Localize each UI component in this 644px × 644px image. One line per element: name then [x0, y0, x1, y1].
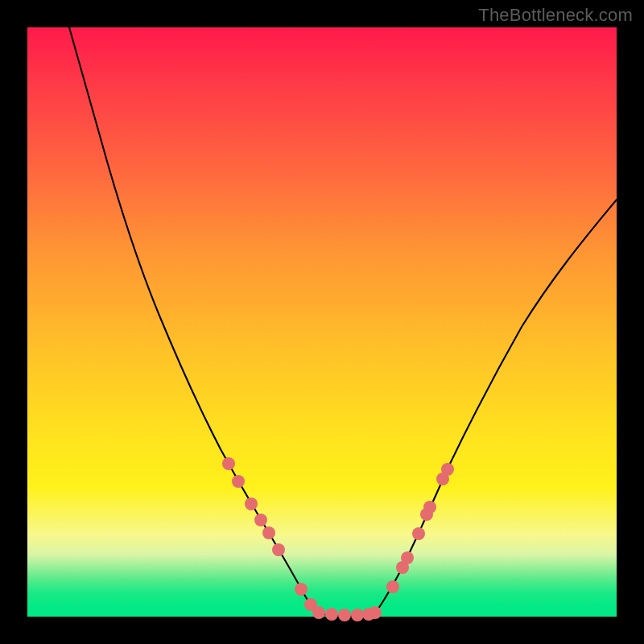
svg-point-13	[369, 606, 382, 619]
svg-point-6	[295, 583, 308, 596]
svg-point-2	[245, 497, 258, 510]
svg-point-14	[386, 580, 399, 593]
svg-point-1	[232, 475, 245, 488]
svg-point-3	[254, 514, 267, 526]
svg-point-10	[338, 609, 351, 621]
highlight-markers	[222, 457, 454, 621]
bottleneck-curve-svg	[27, 27, 617, 617]
watermark-text: TheBottleneck.com	[478, 5, 633, 26]
right-branch	[375, 200, 617, 613]
svg-point-9	[325, 608, 338, 621]
svg-point-21	[441, 463, 454, 476]
plot-area	[27, 27, 617, 617]
svg-point-4	[262, 526, 275, 539]
chart-frame: TheBottleneck.com	[0, 0, 644, 644]
svg-point-19	[423, 501, 436, 514]
svg-point-8	[312, 606, 325, 619]
svg-point-5	[272, 543, 285, 556]
svg-point-16	[401, 551, 414, 564]
svg-point-11	[351, 609, 364, 621]
left-branch	[69, 27, 319, 613]
svg-point-17	[412, 527, 425, 540]
svg-point-0	[222, 457, 235, 470]
